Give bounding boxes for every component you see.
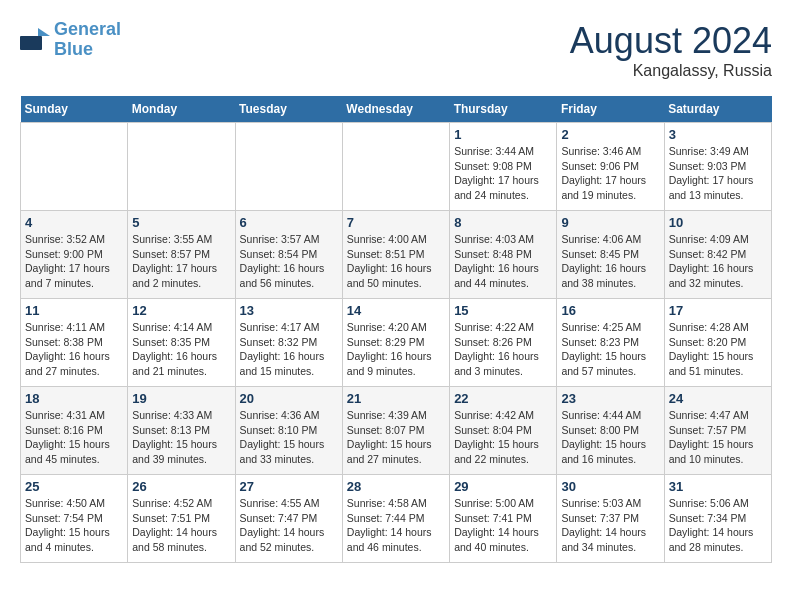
day-info: Sunrise: 4:17 AM Sunset: 8:32 PM Dayligh…: [240, 320, 338, 379]
calendar-cell: 29Sunrise: 5:00 AM Sunset: 7:41 PM Dayli…: [450, 475, 557, 563]
day-info: Sunrise: 4:03 AM Sunset: 8:48 PM Dayligh…: [454, 232, 552, 291]
calendar-cell: 4Sunrise: 3:52 AM Sunset: 9:00 PM Daylig…: [21, 211, 128, 299]
day-info: Sunrise: 4:06 AM Sunset: 8:45 PM Dayligh…: [561, 232, 659, 291]
day-number: 5: [132, 215, 230, 230]
day-number: 13: [240, 303, 338, 318]
day-info: Sunrise: 5:00 AM Sunset: 7:41 PM Dayligh…: [454, 496, 552, 555]
calendar-cell: 24Sunrise: 4:47 AM Sunset: 7:57 PM Dayli…: [664, 387, 771, 475]
day-number: 18: [25, 391, 123, 406]
calendar-cell: 30Sunrise: 5:03 AM Sunset: 7:37 PM Dayli…: [557, 475, 664, 563]
calendar-cell: 5Sunrise: 3:55 AM Sunset: 8:57 PM Daylig…: [128, 211, 235, 299]
day-info: Sunrise: 4:00 AM Sunset: 8:51 PM Dayligh…: [347, 232, 445, 291]
day-number: 11: [25, 303, 123, 318]
day-info: Sunrise: 3:44 AM Sunset: 9:08 PM Dayligh…: [454, 144, 552, 203]
page-header: General Blue August 2024 Kangalassy, Rus…: [20, 20, 772, 80]
calendar-cell: 7Sunrise: 4:00 AM Sunset: 8:51 PM Daylig…: [342, 211, 449, 299]
calendar-cell: 14Sunrise: 4:20 AM Sunset: 8:29 PM Dayli…: [342, 299, 449, 387]
week-row-3: 11Sunrise: 4:11 AM Sunset: 8:38 PM Dayli…: [21, 299, 772, 387]
day-info: Sunrise: 3:49 AM Sunset: 9:03 PM Dayligh…: [669, 144, 767, 203]
day-info: Sunrise: 4:31 AM Sunset: 8:16 PM Dayligh…: [25, 408, 123, 467]
calendar-cell: 31Sunrise: 5:06 AM Sunset: 7:34 PM Dayli…: [664, 475, 771, 563]
calendar-cell: 27Sunrise: 4:55 AM Sunset: 7:47 PM Dayli…: [235, 475, 342, 563]
day-number: 24: [669, 391, 767, 406]
day-number: 28: [347, 479, 445, 494]
week-row-4: 18Sunrise: 4:31 AM Sunset: 8:16 PM Dayli…: [21, 387, 772, 475]
calendar-cell: 25Sunrise: 4:50 AM Sunset: 7:54 PM Dayli…: [21, 475, 128, 563]
calendar-cell: 20Sunrise: 4:36 AM Sunset: 8:10 PM Dayli…: [235, 387, 342, 475]
day-info: Sunrise: 4:42 AM Sunset: 8:04 PM Dayligh…: [454, 408, 552, 467]
day-number: 15: [454, 303, 552, 318]
day-number: 12: [132, 303, 230, 318]
calendar-cell: 22Sunrise: 4:42 AM Sunset: 8:04 PM Dayli…: [450, 387, 557, 475]
day-number: 6: [240, 215, 338, 230]
day-info: Sunrise: 3:46 AM Sunset: 9:06 PM Dayligh…: [561, 144, 659, 203]
month-year: August 2024: [570, 20, 772, 62]
calendar-cell: 11Sunrise: 4:11 AM Sunset: 8:38 PM Dayli…: [21, 299, 128, 387]
calendar-cell: 2Sunrise: 3:46 AM Sunset: 9:06 PM Daylig…: [557, 123, 664, 211]
title-block: August 2024 Kangalassy, Russia: [570, 20, 772, 80]
day-number: 4: [25, 215, 123, 230]
day-number: 2: [561, 127, 659, 142]
calendar-cell: 9Sunrise: 4:06 AM Sunset: 8:45 PM Daylig…: [557, 211, 664, 299]
calendar-cell: 1Sunrise: 3:44 AM Sunset: 9:08 PM Daylig…: [450, 123, 557, 211]
day-info: Sunrise: 5:03 AM Sunset: 7:37 PM Dayligh…: [561, 496, 659, 555]
calendar-cell: [235, 123, 342, 211]
calendar-cell: 12Sunrise: 4:14 AM Sunset: 8:35 PM Dayli…: [128, 299, 235, 387]
weekday-header-sunday: Sunday: [21, 96, 128, 123]
day-info: Sunrise: 4:20 AM Sunset: 8:29 PM Dayligh…: [347, 320, 445, 379]
weekday-header-thursday: Thursday: [450, 96, 557, 123]
day-number: 19: [132, 391, 230, 406]
day-number: 31: [669, 479, 767, 494]
location: Kangalassy, Russia: [570, 62, 772, 80]
calendar-cell: 8Sunrise: 4:03 AM Sunset: 8:48 PM Daylig…: [450, 211, 557, 299]
day-info: Sunrise: 4:44 AM Sunset: 8:00 PM Dayligh…: [561, 408, 659, 467]
day-info: Sunrise: 3:55 AM Sunset: 8:57 PM Dayligh…: [132, 232, 230, 291]
day-info: Sunrise: 4:58 AM Sunset: 7:44 PM Dayligh…: [347, 496, 445, 555]
calendar-cell: 6Sunrise: 3:57 AM Sunset: 8:54 PM Daylig…: [235, 211, 342, 299]
weekday-header-tuesday: Tuesday: [235, 96, 342, 123]
day-info: Sunrise: 4:55 AM Sunset: 7:47 PM Dayligh…: [240, 496, 338, 555]
day-info: Sunrise: 3:52 AM Sunset: 9:00 PM Dayligh…: [25, 232, 123, 291]
logo: General Blue: [20, 20, 121, 60]
day-info: Sunrise: 4:14 AM Sunset: 8:35 PM Dayligh…: [132, 320, 230, 379]
weekday-header-saturday: Saturday: [664, 96, 771, 123]
day-number: 27: [240, 479, 338, 494]
day-info: Sunrise: 4:22 AM Sunset: 8:26 PM Dayligh…: [454, 320, 552, 379]
calendar-cell: [342, 123, 449, 211]
day-number: 21: [347, 391, 445, 406]
calendar-cell: 19Sunrise: 4:33 AM Sunset: 8:13 PM Dayli…: [128, 387, 235, 475]
calendar-cell: 15Sunrise: 4:22 AM Sunset: 8:26 PM Dayli…: [450, 299, 557, 387]
svg-marker-1: [38, 28, 50, 36]
day-info: Sunrise: 4:09 AM Sunset: 8:42 PM Dayligh…: [669, 232, 767, 291]
day-number: 25: [25, 479, 123, 494]
logo-text: General Blue: [54, 20, 121, 60]
day-info: Sunrise: 4:33 AM Sunset: 8:13 PM Dayligh…: [132, 408, 230, 467]
day-number: 30: [561, 479, 659, 494]
calendar-cell: 13Sunrise: 4:17 AM Sunset: 8:32 PM Dayli…: [235, 299, 342, 387]
day-number: 16: [561, 303, 659, 318]
calendar-cell: 18Sunrise: 4:31 AM Sunset: 8:16 PM Dayli…: [21, 387, 128, 475]
calendar-table: SundayMondayTuesdayWednesdayThursdayFrid…: [20, 96, 772, 563]
calendar-cell: 17Sunrise: 4:28 AM Sunset: 8:20 PM Dayli…: [664, 299, 771, 387]
calendar-cell: 23Sunrise: 4:44 AM Sunset: 8:00 PM Dayli…: [557, 387, 664, 475]
weekday-header-friday: Friday: [557, 96, 664, 123]
day-info: Sunrise: 4:11 AM Sunset: 8:38 PM Dayligh…: [25, 320, 123, 379]
calendar-cell: 16Sunrise: 4:25 AM Sunset: 8:23 PM Dayli…: [557, 299, 664, 387]
day-info: Sunrise: 4:47 AM Sunset: 7:57 PM Dayligh…: [669, 408, 767, 467]
calendar-cell: [128, 123, 235, 211]
calendar-cell: 3Sunrise: 3:49 AM Sunset: 9:03 PM Daylig…: [664, 123, 771, 211]
day-info: Sunrise: 4:39 AM Sunset: 8:07 PM Dayligh…: [347, 408, 445, 467]
calendar-cell: [21, 123, 128, 211]
day-info: Sunrise: 4:52 AM Sunset: 7:51 PM Dayligh…: [132, 496, 230, 555]
day-info: Sunrise: 4:50 AM Sunset: 7:54 PM Dayligh…: [25, 496, 123, 555]
day-info: Sunrise: 5:06 AM Sunset: 7:34 PM Dayligh…: [669, 496, 767, 555]
day-number: 26: [132, 479, 230, 494]
day-number: 14: [347, 303, 445, 318]
day-number: 20: [240, 391, 338, 406]
week-row-1: 1Sunrise: 3:44 AM Sunset: 9:08 PM Daylig…: [21, 123, 772, 211]
weekday-header-wednesday: Wednesday: [342, 96, 449, 123]
day-number: 8: [454, 215, 552, 230]
week-row-5: 25Sunrise: 4:50 AM Sunset: 7:54 PM Dayli…: [21, 475, 772, 563]
day-info: Sunrise: 4:36 AM Sunset: 8:10 PM Dayligh…: [240, 408, 338, 467]
day-number: 22: [454, 391, 552, 406]
